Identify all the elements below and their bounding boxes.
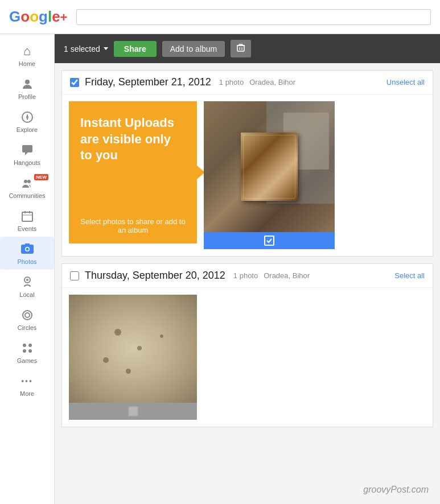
sidebar-item-local[interactable]: Local <box>0 270 54 303</box>
svg-point-22 <box>28 349 32 353</box>
svg-point-17 <box>23 311 32 320</box>
date-header-sep20: Thursday, September 20, 2012 1 photo Ora… <box>62 264 433 288</box>
sidebar-item-home[interactable]: ⌂ Home <box>0 39 54 72</box>
photo-item-cd <box>204 101 335 249</box>
svg-point-19 <box>23 344 26 347</box>
date-section-sep21: Friday, September 21, 2012 1 photo Orade… <box>61 70 433 257</box>
svg-rect-14 <box>25 243 30 245</box>
svg-rect-3 <box>22 145 32 152</box>
profile-icon <box>19 76 35 92</box>
toolbar: 1 selected Share Add to album <box>55 34 440 63</box>
sidebar-item-label: Hangouts <box>14 159 40 166</box>
cd-case <box>241 133 298 201</box>
events-icon <box>19 208 35 224</box>
promo-title: Instant Uploads are visible only to you <box>80 115 186 164</box>
sidebar-item-hangouts[interactable]: Hangouts <box>0 138 54 171</box>
svg-marker-4 <box>25 152 28 155</box>
date-title-sep20: Thursday, September 20, 2012 <box>85 270 225 282</box>
search-input[interactable] <box>76 9 431 25</box>
sidebar-item-label: Games <box>17 357 37 364</box>
sidebar-item-label: Photos <box>17 258 36 265</box>
explore-icon <box>19 109 35 125</box>
main-content: 1 selected Share Add to album Friday, Se… <box>55 34 440 504</box>
sidebar-item-label: Explore <box>17 126 38 133</box>
watermark: groovyPost.com <box>363 485 429 495</box>
date-section-sep20: Thursday, September 20, 2012 1 photo Ora… <box>61 263 433 427</box>
date-photo-count-sep20: 1 photo <box>233 271 258 280</box>
header: Google+ <box>0 0 440 34</box>
sidebar-item-profile[interactable]: Profile <box>0 72 54 105</box>
cd-photo-image[interactable] <box>204 101 335 232</box>
sidebar-item-label: Profile <box>18 93 36 100</box>
sidebar-item-label: Home <box>19 60 35 67</box>
date-location-sep21: Oradea, Bihor <box>249 78 295 86</box>
sidebar-item-label: Events <box>18 225 37 232</box>
sidebar-item-label: Local <box>19 291 34 298</box>
date-header-sep21: Friday, September 21, 2012 1 photo Orade… <box>62 71 433 94</box>
sidebar: ⌂ Home Profile Explore Hangouts Commun <box>0 34 55 504</box>
share-button[interactable]: Share <box>114 41 157 57</box>
svg-point-16 <box>26 279 28 281</box>
sidebar-item-communities[interactable]: Communities NEW <box>0 171 54 204</box>
promo-card: Instant Uploads are visible only to you … <box>69 101 197 243</box>
hangouts-icon <box>19 142 35 158</box>
svg-point-21 <box>23 349 26 353</box>
sand-photo-image[interactable] <box>69 295 197 403</box>
sidebar-item-label: Circles <box>18 324 37 331</box>
unselect-all-link-sep21[interactable]: Unselect all <box>386 78 425 86</box>
date-photo-count-sep21: 1 photo <box>219 78 244 86</box>
sidebar-item-photos[interactable]: Photos <box>0 237 54 270</box>
date-location-sep20: Oradea, Bihor <box>264 271 310 280</box>
promo-desc: Select photos to share or add to an albu… <box>80 217 186 234</box>
svg-rect-23 <box>237 46 244 51</box>
svg-marker-2 <box>26 114 28 121</box>
sidebar-item-circles[interactable]: Circles <box>0 303 54 336</box>
photos-icon <box>19 241 35 257</box>
sidebar-item-label: Communities <box>9 192 45 199</box>
home-icon: ⌂ <box>19 43 35 59</box>
local-icon <box>19 274 35 290</box>
photo-unselected-bar <box>69 403 197 420</box>
google-plus-logo: Google+ <box>9 8 67 26</box>
sidebar-item-label: More <box>20 390 34 397</box>
selected-count: 1 selected <box>64 44 108 53</box>
circles-icon <box>19 307 35 323</box>
date-checkbox-sep21[interactable] <box>70 78 79 87</box>
chevron-down-icon[interactable] <box>104 47 108 50</box>
select-all-link-sep20[interactable]: Select all <box>394 271 425 280</box>
communities-icon <box>19 175 35 191</box>
photo-checkbox-selected[interactable] <box>264 236 274 246</box>
photo-selected-bar <box>204 232 335 249</box>
svg-point-5 <box>24 180 27 183</box>
svg-point-13 <box>26 248 28 251</box>
add-to-album-button[interactable]: Add to album <box>162 41 225 57</box>
photos-grid-sep21: Instant Uploads are visible only to you … <box>62 94 433 256</box>
date-title-sep21: Friday, September 21, 2012 <box>85 76 211 88</box>
date-checkbox-sep20[interactable] <box>70 271 79 280</box>
photos-grid-sep20 <box>62 288 433 427</box>
svg-rect-7 <box>22 212 32 221</box>
games-icon <box>19 340 35 356</box>
delete-button[interactable] <box>231 40 251 57</box>
layout: ⌂ Home Profile Explore Hangouts Commun <box>0 34 440 504</box>
sidebar-item-more[interactable]: ••• More <box>0 369 54 402</box>
new-badge: NEW <box>34 174 48 180</box>
svg-point-6 <box>27 180 31 183</box>
photo-checkbox-unselected[interactable] <box>128 406 138 416</box>
sidebar-item-events[interactable]: Events <box>0 204 54 237</box>
svg-point-20 <box>28 344 32 347</box>
photo-item-sand <box>69 295 197 420</box>
svg-point-18 <box>25 313 30 317</box>
sidebar-item-explore[interactable]: Explore <box>0 105 54 138</box>
more-icon: ••• <box>19 373 35 389</box>
sidebar-item-games[interactable]: Games <box>0 336 54 369</box>
svg-point-0 <box>25 80 30 84</box>
